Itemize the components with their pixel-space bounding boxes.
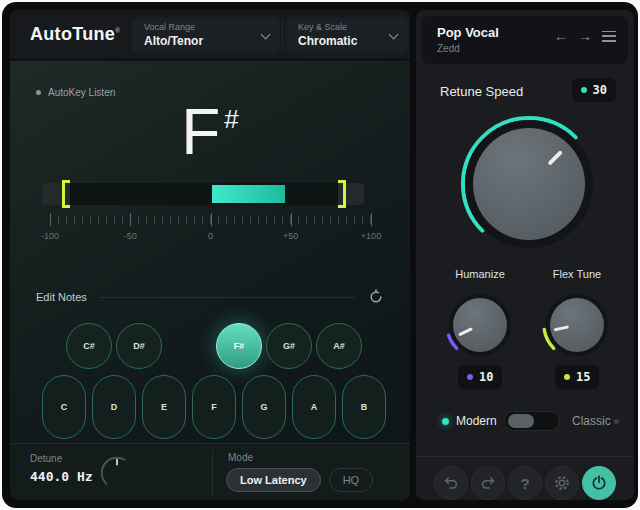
key-scale-value: Chromatic [298, 34, 357, 48]
algorithm-toggle-row: Modern Classic [416, 410, 634, 432]
lime-dot-icon [564, 374, 570, 380]
humanize-knob[interactable] [442, 287, 518, 363]
retune-speed-label: Retune Speed [440, 84, 523, 99]
mode-hq-button[interactable]: HQ [329, 468, 374, 492]
humanize-number: 10 [479, 370, 493, 384]
header-divider [282, 20, 283, 50]
flex-tune-number: 15 [576, 370, 590, 384]
question-mark-icon: ? [520, 475, 529, 492]
key-b[interactable]: B [342, 375, 386, 439]
key-g[interactable]: G [242, 375, 286, 439]
scale-label: +50 [283, 231, 298, 241]
vocal-range-label: Vocal Range [144, 22, 195, 32]
key-a[interactable]: A [292, 375, 336, 439]
footer-bar: Detune 440.0 Hz Mode Low Latency HQ [10, 443, 410, 500]
undo-icon [442, 474, 460, 492]
edit-notes-header: Edit Notes [36, 289, 384, 305]
edit-notes-title: Edit Notes [36, 291, 87, 303]
pitch-display: AutoKey Listen F# -100 -50 0 [10, 61, 410, 443]
major-tick [291, 213, 292, 226]
key-f[interactable]: F [192, 375, 236, 439]
detune-value[interactable]: 440.0 Hz [30, 469, 93, 484]
flex-tune-knob[interactable] [539, 287, 615, 363]
current-note-display: F# [10, 95, 410, 169]
vocal-range-value: Alto/Tenor [144, 34, 203, 48]
chevron-down-icon [389, 30, 399, 40]
key-a-sharp[interactable]: A# [316, 323, 362, 369]
scale-label: -50 [124, 231, 137, 241]
preset-name: Pop Vocal [437, 25, 499, 40]
note-accidental: # [224, 104, 238, 135]
autotune-logo: AutoTune® [30, 24, 121, 45]
panel-divider [416, 456, 634, 457]
humanize-value[interactable]: 10 [458, 365, 502, 389]
key-scale-dropdown[interactable]: Key & Scale Chromatic [286, 17, 408, 53]
utility-button-row: ? [434, 466, 616, 500]
purple-dot-icon [467, 374, 473, 380]
teal-dot-icon [581, 87, 587, 93]
mode-selector: Low Latency HQ [226, 468, 373, 492]
retune-speed-value[interactable]: 30 [572, 78, 616, 102]
key-f-sharp[interactable]: F# [216, 323, 262, 369]
undo-button[interactable] [434, 466, 468, 500]
vocal-range-dropdown[interactable]: Vocal Range Alto/Tenor [132, 17, 280, 53]
preset-next-icon[interactable]: → [578, 29, 592, 43]
key-d[interactable]: D [92, 375, 136, 439]
key-c[interactable]: C [42, 375, 86, 439]
meter-range-area [70, 183, 338, 205]
gear-icon [553, 474, 571, 492]
preset-menu-icon[interactable] [602, 31, 616, 42]
preset-author: Zedd [437, 43, 460, 54]
control-panel: Pop Vocal Zedd ← → Retune Speed 30 Human… [416, 10, 634, 500]
key-d-sharp[interactable]: D# [116, 323, 162, 369]
help-button[interactable]: ? [508, 466, 542, 500]
pitch-correction-meter [42, 183, 364, 205]
major-tick [50, 213, 51, 226]
key-g-sharp[interactable]: G# [266, 323, 312, 369]
preset-nav: ← → [554, 29, 616, 43]
edit-notes-divider [99, 297, 356, 298]
meter-scale-labels: -100 -50 0 +50 +100 [50, 231, 371, 243]
major-tick [371, 213, 372, 226]
settings-button[interactable] [545, 466, 579, 500]
toggle-thumb [508, 414, 534, 428]
key-scale-label: Key & Scale [298, 22, 347, 32]
autotune-plugin-window: AutoTune® Vocal Range Alto/Tenor Key & S… [2, 2, 638, 508]
power-button[interactable] [582, 466, 616, 500]
classic-inactive-dot-icon [614, 419, 619, 424]
header-bar: AutoTune® Vocal Range Alto/Tenor Key & S… [10, 10, 410, 60]
power-icon [590, 474, 608, 492]
reset-notes-icon[interactable] [368, 289, 384, 305]
scale-label: 0 [208, 231, 213, 241]
meter-right-bracket-handle[interactable] [338, 180, 346, 208]
retune-speed-number: 30 [593, 83, 607, 97]
preset-prev-icon[interactable]: ← [554, 29, 568, 43]
main-panel: AutoTune® Vocal Range Alto/Tenor Key & S… [10, 10, 410, 500]
detune-label: Detune [30, 453, 62, 464]
meter-fill [212, 185, 285, 203]
modern-label[interactable]: Modern [456, 414, 497, 428]
modern-classic-toggle[interactable] [504, 411, 560, 431]
redo-button[interactable] [471, 466, 505, 500]
logo-text: AutoTune [30, 24, 115, 44]
chevron-down-icon [261, 30, 271, 40]
footer-divider [212, 450, 213, 495]
modern-active-dot-icon [442, 418, 449, 425]
note-letter: F [181, 96, 222, 168]
mode-label: Mode [228, 452, 253, 463]
detune-knob[interactable] [98, 454, 136, 492]
key-c-sharp[interactable]: C# [66, 323, 112, 369]
flex-tune-label: Flex Tune [527, 268, 627, 280]
major-tick [130, 213, 131, 226]
retune-speed-knob[interactable] [454, 109, 604, 259]
classic-label[interactable]: Classic [572, 414, 611, 428]
mode-low-latency-button[interactable]: Low Latency [226, 468, 321, 492]
scale-label: +100 [361, 231, 381, 241]
flex-tune-value[interactable]: 15 [555, 365, 599, 389]
meter-left-bracket-handle[interactable] [62, 180, 70, 208]
scale-label: -100 [41, 231, 59, 241]
preset-browser[interactable]: Pop Vocal Zedd ← → [422, 16, 628, 64]
meter-ruler [50, 215, 371, 224]
humanize-label: Humanize [430, 268, 530, 280]
key-e[interactable]: E [142, 375, 186, 439]
